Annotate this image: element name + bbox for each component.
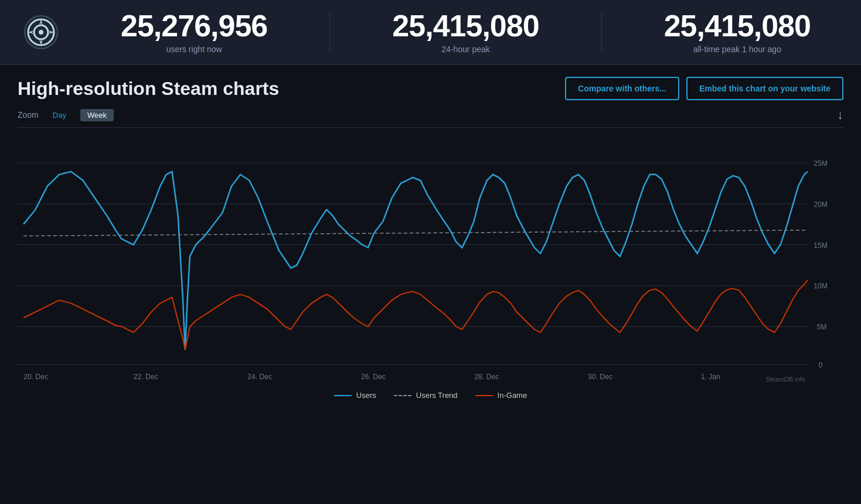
zoom-week-button[interactable]: Week: [80, 109, 114, 121]
zoom-bar: Zoom Day Week ↓: [18, 107, 843, 122]
alltime-peak-label: all-time peak 1 hour ago: [637, 45, 838, 54]
svg-text:20M: 20M: [814, 200, 828, 209]
chart-section: High-resolution Steam charts Compare wit…: [0, 65, 861, 406]
svg-text:22. Dec: 22. Dec: [134, 373, 158, 381]
legend-trend: Users Trend: [394, 391, 458, 400]
legend-users: Users: [334, 391, 376, 400]
legend-trend-label: Users Trend: [416, 391, 458, 400]
zoom-day-button[interactable]: Day: [46, 109, 73, 121]
svg-text:25M: 25M: [814, 159, 828, 168]
watermark: SteamDB.info: [765, 376, 805, 383]
svg-text:10M: 10M: [814, 282, 828, 290]
legend-users-line: [334, 395, 352, 396]
legend-ingame-label: In-Game: [498, 391, 528, 400]
svg-text:26. Dec: 26. Dec: [361, 373, 386, 381]
peak-24h-number: 25,415,080: [365, 11, 566, 41]
embed-button[interactable]: Embed this chart on your website: [686, 77, 843, 100]
steam-logo: [23, 15, 59, 50]
stat-divider-1: [329, 12, 330, 53]
legend-users-label: Users: [356, 391, 376, 400]
compare-button[interactable]: Compare with others...: [565, 77, 679, 100]
alltime-peak-block: 25,415,080 all-time peak 1 hour ago: [637, 11, 838, 54]
peak-24h-block: 25,415,080 24-hour peak: [365, 11, 566, 54]
svg-text:28. Dec: 28. Dec: [475, 373, 499, 381]
svg-text:30. Dec: 30. Dec: [588, 373, 612, 381]
peak-24h-label: 24-hour peak: [365, 45, 566, 54]
svg-point-3: [39, 30, 43, 35]
current-users-block: 25,276,956 users right now: [94, 11, 294, 54]
svg-text:0: 0: [818, 361, 822, 369]
svg-text:20. Dec: 20. Dec: [23, 373, 48, 381]
current-users-number: 25,276,956: [94, 11, 294, 41]
current-users-label: users right now: [94, 45, 294, 54]
svg-text:24. Dec: 24. Dec: [247, 373, 272, 381]
download-icon[interactable]: ↓: [837, 107, 843, 122]
legend-trend-line: [394, 395, 411, 396]
legend-ingame-line: [475, 395, 493, 396]
chart-buttons: Compare with others... Embed this chart …: [565, 77, 843, 100]
legend-ingame: In-Game: [475, 391, 528, 400]
alltime-peak-number: 25,415,080: [637, 11, 838, 41]
svg-text:5M: 5M: [816, 323, 826, 331]
stat-divider-2: [601, 12, 602, 53]
svg-text:1. Jan: 1. Jan: [701, 373, 720, 381]
chart-legend: Users Users Trend In-Game: [18, 391, 843, 400]
stats-bar: 25,276,956 users right now 25,415,080 24…: [0, 0, 861, 65]
zoom-label: Zoom: [18, 110, 39, 120]
chart-header: High-resolution Steam charts Compare wit…: [18, 77, 843, 100]
chart-title: High-resolution Steam charts: [18, 78, 279, 100]
svg-text:15M: 15M: [814, 241, 828, 250]
chart-container: 25M 20M 15M 10M 5M 0 20. Dec 22. Dec 24.…: [18, 127, 843, 385]
chart-svg: 25M 20M 15M 10M 5M 0 20. Dec 22. Dec 24.…: [18, 128, 843, 385]
